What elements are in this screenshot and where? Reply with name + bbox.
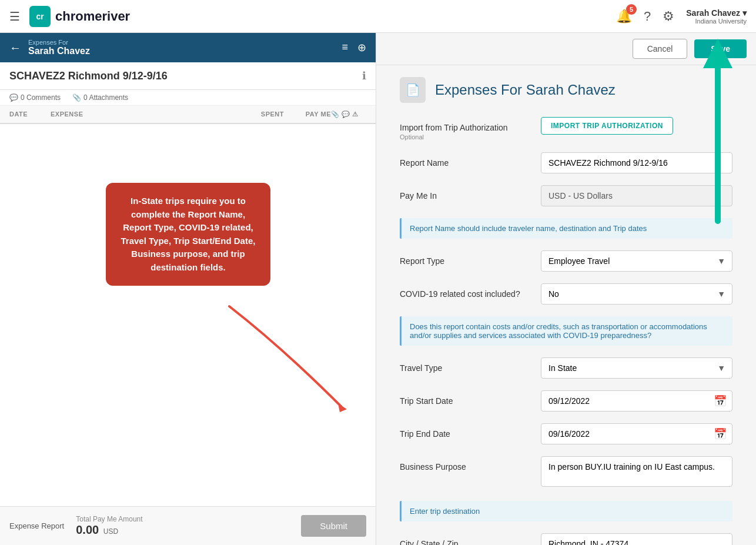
left-header: ← Expenses For Sarah Chavez ≡ ⊕ [0,33,376,62]
trip-start-control: 📅 [541,390,732,412]
filter-icon[interactable]: ≡ [342,41,348,54]
col-expense: EXPENSE [51,111,231,118]
import-row: Import from Trip Authorization Optional … [400,117,732,141]
trip-start-row: Trip Start Date 📅 [400,390,732,412]
user-org: Indiana University [695,18,747,25]
curved-arrow [223,300,353,418]
report-name-label: Report Name [400,152,529,168]
trip-start-wrapper: 📅 [541,390,732,412]
trip-start-label: Trip Start Date [400,390,529,406]
business-purpose-control: In person BUY.IU training on IU East cam… [541,456,732,489]
pay-me-control [541,185,732,206]
travel-type-select[interactable]: In State Out of State International [541,357,732,379]
save-button[interactable]: Save [694,39,747,58]
amount-value: 0.00 [76,523,99,536]
tooltip-text: In-State trips require you to complete t… [121,196,256,272]
main-area: ← Expenses For Sarah Chavez ≡ ⊕ SCHAVEZ2… [0,33,756,545]
report-name-row: Report Name [400,152,732,173]
travel-type-row: Travel Type In State Out of State Intern… [400,357,732,379]
attachments-meta: 📎 0 Attachments [72,93,128,102]
notification-bell[interactable]: 🔔 5 [616,9,632,24]
footer-amount: 0.00 USD [76,523,142,537]
nav-icons: 🔔 5 ? ⚙ Sarah Chavez ▾ Indiana Universit… [616,8,747,25]
trip-end-control: 📅 [541,423,732,444]
form-container: 📄 Expenses For Sarah Chavez Import from … [376,65,756,545]
col-payme: PAY ME [284,111,331,118]
covid-row: COVID-19 related cost included? No Yes ▼ [400,283,732,305]
business-purpose-input[interactable]: In person BUY.IU training on IU East cam… [541,456,732,487]
report-title-bar: SCHAVEZ2 Richmond 9/12-9/16 ℹ [0,62,376,90]
empty-area: In-State trips require you to complete t… [0,124,376,506]
trip-end-row: Trip End Date 📅 [400,423,732,444]
info-banner-2: Does this report contain costs and/or cr… [400,316,732,346]
report-name-control [541,152,732,173]
pay-me-label: Pay Me In [400,185,529,200]
report-type-wrapper: Employee Travel Non-Employee Travel Othe… [541,250,732,272]
pay-me-row: Pay Me In [400,185,732,206]
import-control: IMPORT TRIP AUTHORIZATION [541,117,732,135]
city-state-zip-input[interactable] [541,533,732,545]
right-panel: Cancel Save 📄 Expenses For Sarah Chavez … [376,33,756,545]
header-subtitle: Expenses For [28,39,334,46]
user-name: Sarah Chavez ▾ [686,8,747,18]
right-header: Cancel Save [376,33,756,65]
report-type-row: Report Type Employee Travel Non-Employee… [400,250,732,272]
business-purpose-label: Business Purpose [400,456,529,472]
submit-button[interactable]: Submit [301,515,366,537]
trip-end-label: Trip End Date [400,423,529,439]
city-state-zip-control [541,533,732,545]
comments-count: 0 Comments [21,93,61,102]
report-name-input[interactable] [541,152,732,173]
attachment-icon: 📎 [72,93,81,102]
pay-me-input [541,185,732,206]
header-main-title: Sarah Chavez [28,46,334,56]
col-spent: SPENT [231,111,284,118]
trip-end-calendar-icon[interactable]: 📅 [714,427,727,440]
left-footer: Expense Report Total Pay Me Amount 0.00 … [0,506,376,545]
svg-marker-0 [338,403,347,412]
trip-start-input[interactable] [541,390,732,412]
hamburger-menu[interactable]: ☰ [9,9,20,24]
footer-report-label: Expense Report [9,521,64,530]
add-expense-icon[interactable]: ⊕ [357,41,366,54]
meta-bar: 💬 0 Comments 📎 0 Attachments [0,90,376,106]
notification-count: 5 [626,4,637,15]
report-type-select[interactable]: Employee Travel Non-Employee Travel Othe… [541,250,732,272]
report-type-control: Employee Travel Non-Employee Travel Othe… [541,250,732,272]
footer-amount-section: Total Pay Me Amount 0.00 USD [76,515,142,537]
tooltip-balloon: In-State trips require you to complete t… [106,183,270,286]
cancel-button[interactable]: Cancel [633,39,688,59]
col-date: DATE [9,111,51,118]
comments-meta: 💬 0 Comments [9,93,61,102]
form-title: Expenses For Sarah Chavez [435,82,615,98]
form-icon: 📄 [400,77,426,103]
trip-start-calendar-icon[interactable]: 📅 [714,394,727,407]
covid-label: COVID-19 related cost included? [400,283,529,299]
back-button[interactable]: ← [9,41,21,55]
comment-icon: 💬 [9,93,18,102]
table-header: DATE EXPENSE SPENT PAY ME 📎 💬 ⚠ [0,106,376,124]
form-title-row: 📄 Expenses For Sarah Chavez [400,77,732,103]
footer-label: Expense Report [9,521,64,530]
attachments-count: 0 Attachments [83,93,128,102]
city-state-zip-label: City / State / Zip [400,533,529,545]
footer-amount-label: Total Pay Me Amount [76,515,142,523]
logo-icon: cr [29,6,51,27]
settings-icon[interactable]: ⚙ [663,9,674,24]
left-panel: ← Expenses For Sarah Chavez ≡ ⊕ SCHAVEZ2… [0,33,376,545]
covid-control: No Yes ▼ [541,283,732,305]
city-state-zip-row: City / State / Zip [400,533,732,545]
app-name: chromeriver [55,9,130,24]
import-trip-authorization-button[interactable]: IMPORT TRIP AUTHORIZATION [541,117,673,135]
covid-select[interactable]: No Yes [541,283,732,305]
user-menu[interactable]: Sarah Chavez ▾ Indiana University [686,8,747,25]
trip-end-wrapper: 📅 [541,423,732,444]
info-icon[interactable]: ℹ [362,69,366,82]
travel-type-control: In State Out of State International ▼ [541,357,732,379]
amount-currency: USD [103,527,118,536]
report-type-label: Report Type [400,250,529,266]
import-label: Import from Trip Authorization Optional [400,117,529,141]
travel-type-wrapper: In State Out of State International ▼ [541,357,732,379]
trip-end-input[interactable] [541,423,732,444]
help-icon[interactable]: ? [644,9,651,24]
